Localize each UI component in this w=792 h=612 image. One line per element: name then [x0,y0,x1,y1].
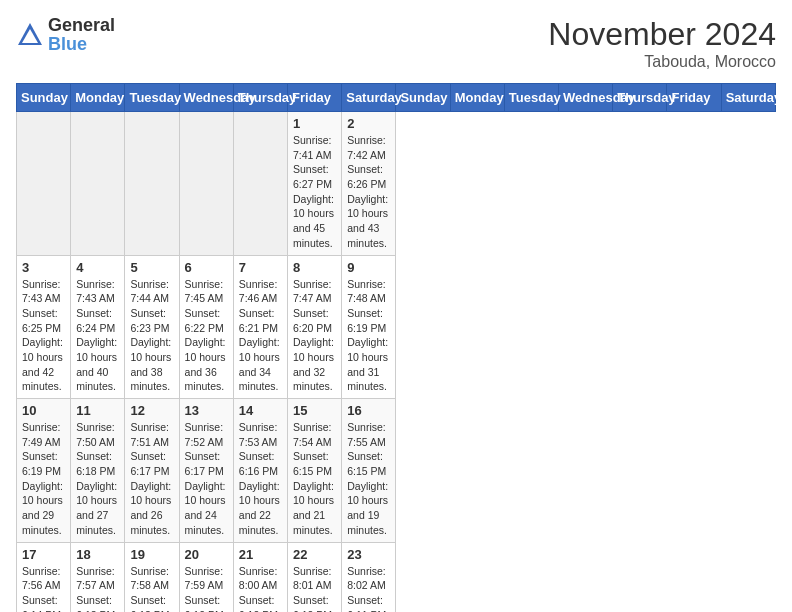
day-info: Sunrise: 7:56 AMSunset: 6:14 PMDaylight:… [22,564,65,613]
day-number: 11 [76,403,119,418]
header-saturday: Saturday [342,84,396,112]
day-cell: 11Sunrise: 7:50 AMSunset: 6:18 PMDayligh… [71,399,125,543]
day-info: Sunrise: 7:42 AMSunset: 6:26 PMDaylight:… [347,133,390,251]
day-number: 17 [22,547,65,562]
day-cell: 5Sunrise: 7:44 AMSunset: 6:23 PMDaylight… [125,255,179,399]
day-info: Sunrise: 7:59 AMSunset: 6:12 PMDaylight:… [185,564,228,613]
day-cell [125,112,179,256]
day-cell: 13Sunrise: 7:52 AMSunset: 6:17 PMDayligh… [179,399,233,543]
day-cell: 10Sunrise: 7:49 AMSunset: 6:19 PMDayligh… [17,399,71,543]
calendar-body: 1Sunrise: 7:41 AMSunset: 6:27 PMDaylight… [17,112,776,613]
day-cell: 12Sunrise: 7:51 AMSunset: 6:17 PMDayligh… [125,399,179,543]
day-cell: 20Sunrise: 7:59 AMSunset: 6:12 PMDayligh… [179,542,233,612]
logo-blue: Blue [48,34,87,54]
week-row-2: 3Sunrise: 7:43 AMSunset: 6:25 PMDaylight… [17,255,776,399]
day-info: Sunrise: 7:53 AMSunset: 6:16 PMDaylight:… [239,420,282,538]
day-info: Sunrise: 8:02 AMSunset: 6:11 PMDaylight:… [347,564,390,613]
day-cell [17,112,71,256]
day-number: 19 [130,547,173,562]
logo: General Blue [16,16,115,54]
day-info: Sunrise: 7:44 AMSunset: 6:23 PMDaylight:… [130,277,173,395]
day-number: 3 [22,260,65,275]
day-number: 20 [185,547,228,562]
header-friday: Friday [288,84,342,112]
col-header-wednesday: Wednesday [559,84,613,112]
day-cell: 22Sunrise: 8:01 AMSunset: 6:12 PMDayligh… [288,542,342,612]
day-number: 4 [76,260,119,275]
day-info: Sunrise: 7:58 AMSunset: 6:13 PMDaylight:… [130,564,173,613]
day-info: Sunrise: 7:54 AMSunset: 6:15 PMDaylight:… [293,420,336,538]
calendar-table: SundayMondayTuesdayWednesdayThursdayFrid… [16,83,776,612]
header-thursday: Thursday [233,84,287,112]
week-row-4: 17Sunrise: 7:56 AMSunset: 6:14 PMDayligh… [17,542,776,612]
day-cell: 23Sunrise: 8:02 AMSunset: 6:11 PMDayligh… [342,542,396,612]
day-number: 21 [239,547,282,562]
day-number: 15 [293,403,336,418]
day-cell [71,112,125,256]
day-number: 8 [293,260,336,275]
day-info: Sunrise: 7:57 AMSunset: 6:13 PMDaylight:… [76,564,119,613]
header-monday: Monday [71,84,125,112]
header-row: SundayMondayTuesdayWednesdayThursdayFrid… [17,84,776,112]
day-info: Sunrise: 7:48 AMSunset: 6:19 PMDaylight:… [347,277,390,395]
col-header-monday: Monday [450,84,504,112]
day-cell [179,112,233,256]
header-wednesday: Wednesday [179,84,233,112]
day-info: Sunrise: 7:51 AMSunset: 6:17 PMDaylight:… [130,420,173,538]
day-cell: 6Sunrise: 7:45 AMSunset: 6:22 PMDaylight… [179,255,233,399]
day-cell [233,112,287,256]
day-cell: 8Sunrise: 7:47 AMSunset: 6:20 PMDaylight… [288,255,342,399]
day-number: 14 [239,403,282,418]
title-block: November 2024 Tabouda, Morocco [548,16,776,71]
day-info: Sunrise: 7:43 AMSunset: 6:24 PMDaylight:… [76,277,119,395]
day-cell: 4Sunrise: 7:43 AMSunset: 6:24 PMDaylight… [71,255,125,399]
day-info: Sunrise: 7:46 AMSunset: 6:21 PMDaylight:… [239,277,282,395]
day-cell: 9Sunrise: 7:48 AMSunset: 6:19 PMDaylight… [342,255,396,399]
day-number: 2 [347,116,390,131]
day-cell: 21Sunrise: 8:00 AMSunset: 6:12 PMDayligh… [233,542,287,612]
week-row-1: 1Sunrise: 7:41 AMSunset: 6:27 PMDaylight… [17,112,776,256]
day-number: 16 [347,403,390,418]
day-number: 22 [293,547,336,562]
logo-general: General [48,15,115,35]
day-cell: 1Sunrise: 7:41 AMSunset: 6:27 PMDaylight… [288,112,342,256]
day-number: 5 [130,260,173,275]
col-header-sunday: Sunday [396,84,450,112]
page-header: General Blue November 2024 Tabouda, Moro… [16,16,776,71]
header-sunday: Sunday [17,84,71,112]
day-cell: 2Sunrise: 7:42 AMSunset: 6:26 PMDaylight… [342,112,396,256]
month-title: November 2024 [548,16,776,53]
logo-text: General Blue [48,16,115,54]
calendar-header: SundayMondayTuesdayWednesdayThursdayFrid… [17,84,776,112]
location-title: Tabouda, Morocco [548,53,776,71]
day-number: 1 [293,116,336,131]
day-number: 9 [347,260,390,275]
day-cell: 14Sunrise: 7:53 AMSunset: 6:16 PMDayligh… [233,399,287,543]
col-header-friday: Friday [667,84,721,112]
day-info: Sunrise: 7:50 AMSunset: 6:18 PMDaylight:… [76,420,119,538]
day-info: Sunrise: 7:41 AMSunset: 6:27 PMDaylight:… [293,133,336,251]
day-info: Sunrise: 7:49 AMSunset: 6:19 PMDaylight:… [22,420,65,538]
day-cell: 17Sunrise: 7:56 AMSunset: 6:14 PMDayligh… [17,542,71,612]
day-info: Sunrise: 7:43 AMSunset: 6:25 PMDaylight:… [22,277,65,395]
week-row-3: 10Sunrise: 7:49 AMSunset: 6:19 PMDayligh… [17,399,776,543]
day-number: 23 [347,547,390,562]
day-info: Sunrise: 7:47 AMSunset: 6:20 PMDaylight:… [293,277,336,395]
day-info: Sunrise: 8:01 AMSunset: 6:12 PMDaylight:… [293,564,336,613]
header-tuesday: Tuesday [125,84,179,112]
day-cell: 16Sunrise: 7:55 AMSunset: 6:15 PMDayligh… [342,399,396,543]
day-cell: 7Sunrise: 7:46 AMSunset: 6:21 PMDaylight… [233,255,287,399]
day-info: Sunrise: 7:45 AMSunset: 6:22 PMDaylight:… [185,277,228,395]
day-number: 7 [239,260,282,275]
day-cell: 15Sunrise: 7:54 AMSunset: 6:15 PMDayligh… [288,399,342,543]
col-header-saturday: Saturday [721,84,775,112]
day-cell: 18Sunrise: 7:57 AMSunset: 6:13 PMDayligh… [71,542,125,612]
day-cell: 19Sunrise: 7:58 AMSunset: 6:13 PMDayligh… [125,542,179,612]
logo-icon [16,21,44,49]
day-number: 6 [185,260,228,275]
day-info: Sunrise: 8:00 AMSunset: 6:12 PMDaylight:… [239,564,282,613]
day-number: 10 [22,403,65,418]
day-number: 13 [185,403,228,418]
col-header-tuesday: Tuesday [504,84,558,112]
day-number: 18 [76,547,119,562]
